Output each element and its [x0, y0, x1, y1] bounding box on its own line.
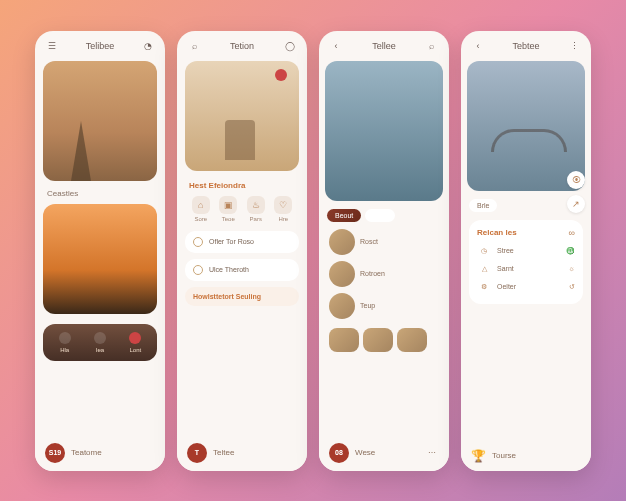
cup-icon[interactable]: 🏆 [471, 449, 486, 463]
avatar-thumb[interactable] [329, 229, 355, 255]
app-title: Telibee [86, 41, 115, 51]
more-icon[interactable]: ⋮ [567, 39, 581, 53]
gallery-thumb[interactable] [397, 328, 427, 352]
banner[interactable]: Howlsttetort Seuling [185, 287, 299, 306]
balance-icon: ♎ [566, 247, 575, 255]
app-title: Tebtee [512, 41, 539, 51]
phone-screen-2: ⌕ Tetion ◯ Hest Efeiondra ⌂Sore ▣Teoe ♨P… [177, 31, 307, 471]
thumb-row: Rotroen [319, 258, 449, 290]
link-icon[interactable]: ∞ [569, 228, 575, 238]
info-row[interactable]: △ Sarnt ☼ [477, 260, 575, 278]
food-icon: ♨ [247, 196, 265, 214]
gallery-thumb[interactable] [329, 328, 359, 352]
stat-item[interactable]: Lont [129, 332, 141, 353]
bottom-nav: S19 Teatome [35, 437, 165, 471]
thumb-label: Rotroen [360, 270, 385, 277]
pin-icon[interactable]: ⦿ [567, 171, 585, 189]
share-icon[interactable]: ↗ [567, 195, 585, 213]
category-item[interactable]: ♨Pars [247, 196, 265, 222]
section-label: Ceastles [35, 187, 165, 200]
options-icon[interactable]: ⋯ [425, 446, 439, 460]
app-title: Tetion [230, 41, 254, 51]
card-title: Relcan les [477, 228, 517, 237]
search-icon[interactable]: ⌕ [187, 39, 201, 53]
stat-item[interactable]: Hla [59, 332, 71, 353]
profile-icon[interactable]: ◯ [283, 39, 297, 53]
category-item[interactable]: ♡Hre [274, 196, 292, 222]
nav-label[interactable]: Teatome [71, 448, 102, 457]
filter-pill[interactable]: Brle [469, 199, 497, 212]
stat-item[interactable]: Iea [94, 332, 106, 353]
stats-panel: Hla Iea Lont [43, 324, 157, 361]
gear-icon: ⚙ [477, 280, 491, 294]
flame-icon: △ [477, 262, 491, 276]
nav-label[interactable]: Wese [355, 448, 375, 457]
category-row: ⌂Sore ▣Teoe ♨Pars ♡Hre [177, 192, 307, 228]
filter-row: Beout [319, 205, 449, 226]
camera-icon: ▣ [219, 196, 237, 214]
info-card: Relcan les ∞ ◷ Stree ♎ △ Sarnt ☼ ⚙ Oelte… [469, 220, 583, 304]
secondary-image[interactable] [43, 204, 157, 314]
nav-label[interactable]: Tourse [492, 451, 516, 460]
bottom-nav: T Teltee [177, 437, 307, 471]
arrow-icon: ↺ [569, 283, 575, 291]
bell-icon[interactable]: ◔ [141, 39, 155, 53]
sun-icon: ☼ [569, 265, 575, 272]
info-row[interactable]: ⚙ Oelter ↺ [477, 278, 575, 296]
filter-pill-active[interactable]: Beout [327, 209, 361, 222]
avatar-thumb[interactable] [329, 293, 355, 319]
gallery-row [319, 322, 449, 355]
avatar-thumb[interactable] [329, 261, 355, 287]
list-item[interactable]: Ofler Tor Roso [185, 231, 299, 253]
gallery-thumb[interactable] [363, 328, 393, 352]
hotel-icon: ⌂ [192, 196, 210, 214]
heart-icon: ♡ [274, 196, 292, 214]
hero-image[interactable] [325, 61, 443, 201]
hero-image[interactable] [185, 61, 299, 171]
search-icon[interactable]: ⌕ [425, 39, 439, 53]
topbar: ⌕ Tetion ◯ [177, 31, 307, 57]
hero-image[interactable] [43, 61, 157, 181]
category-item[interactable]: ▣Teoe [219, 196, 237, 222]
radio-icon [193, 237, 203, 247]
clock-icon: ◷ [477, 244, 491, 258]
topbar: ‹ Tebtee ⋮ [461, 31, 591, 57]
nav-label[interactable]: Teltee [213, 448, 234, 457]
phone-screen-4: ‹ Tebtee ⋮ ⦿ ↗ Brle Relcan les ∞ ◷ Stree… [461, 31, 591, 471]
chip-label: Hest Efeiondra [177, 177, 307, 192]
back-icon[interactable]: ‹ [329, 39, 343, 53]
list-item[interactable]: Ulce Theroth [185, 259, 299, 281]
radio-icon [193, 265, 203, 275]
nav-badge[interactable]: S19 [45, 443, 65, 463]
nav-badge[interactable]: T [187, 443, 207, 463]
thumb-row: Teup [319, 290, 449, 322]
balloon-icon [275, 69, 287, 81]
category-item[interactable]: ⌂Sore [192, 196, 210, 222]
thumb-label: Teup [360, 302, 375, 309]
phone-screen-1: ☰ Telibee ◔ Ceastles Hla Iea Lont S19 Te… [35, 31, 165, 471]
back-icon[interactable]: ‹ [471, 39, 485, 53]
app-title: Tellee [372, 41, 396, 51]
bottom-nav: 08 Wese ⋯ [319, 437, 449, 471]
bottom-nav: 🏆 Tourse [461, 443, 591, 471]
info-row[interactable]: ◷ Stree ♎ [477, 242, 575, 260]
topbar: ☰ Telibee ◔ [35, 31, 165, 57]
nav-badge[interactable]: 08 [329, 443, 349, 463]
thumb-row: Rosct [319, 226, 449, 258]
menu-icon[interactable]: ☰ [45, 39, 59, 53]
phone-screen-3: ‹ Tellee ⌕ Beout Rosct Rotroen Teup 08 W… [319, 31, 449, 471]
thumb-label: Rosct [360, 238, 378, 245]
side-actions: ⦿ ↗ [567, 171, 585, 213]
topbar: ‹ Tellee ⌕ [319, 31, 449, 57]
filter-pill[interactable] [365, 209, 395, 222]
